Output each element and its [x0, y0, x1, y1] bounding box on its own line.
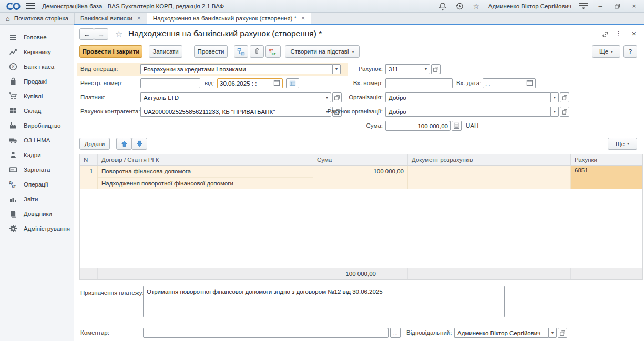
incoming-number-input[interactable] [385, 78, 453, 88]
calendar-icon[interactable] [526, 79, 533, 87]
cell-article[interactable]: Надходження поворотної фінансової допомо… [98, 177, 313, 189]
move-row-up-button[interactable] [116, 138, 132, 150]
favorite-star-icon[interactable]: ☆ [115, 29, 122, 39]
account-value[interactable]: 311 [385, 64, 422, 74]
sidebar-item-0[interactable]: Головне [0, 30, 74, 45]
sidebar-item-1[interactable]: Керівнику [0, 45, 74, 59]
sidebar-item-9[interactable]: Зарплата [0, 162, 74, 177]
open-account-button[interactable] [431, 64, 441, 74]
create-based-on-button[interactable]: Створити на підставі ▾ [285, 45, 360, 58]
amount-label: Сума: [305, 121, 383, 131]
close-form-icon[interactable]: × [632, 29, 636, 38]
dropdown-icon[interactable]: ▾ [548, 328, 557, 338]
main-menu-icon[interactable] [26, 3, 35, 9]
responsible-combobox[interactable]: Админенко Віктор Сергійович ▾ [454, 328, 567, 338]
operation-value[interactable]: Розрахунки за кредитами і позиками [140, 64, 332, 74]
organization-value[interactable]: Добро [385, 92, 550, 102]
sidebar-item-3[interactable]: Продажі [0, 74, 74, 89]
favorites-star-icon[interactable]: ☆ [472, 2, 481, 11]
calendar-icon[interactable] [273, 79, 280, 87]
show-in-list-button[interactable] [286, 78, 299, 88]
dropdown-icon[interactable]: ▾ [550, 92, 559, 102]
date-input[interactable]: 30.06.2025 : : [217, 78, 283, 88]
history-icon[interactable] [455, 2, 464, 11]
close-window-button[interactable]: × [629, 2, 639, 11]
sidebar-item-11[interactable]: Звіти [0, 192, 74, 206]
cell-empty[interactable] [80, 177, 98, 189]
form-more-button[interactable]: Ще ▾ [592, 45, 620, 58]
sidebar-item-5[interactable]: Склад [0, 104, 74, 118]
tab-0[interactable]: ⌂Початкова сторінка [0, 13, 75, 24]
open-organization-button[interactable] [560, 92, 569, 102]
tab-close-icon[interactable]: × [301, 15, 305, 22]
tab-2[interactable]: Надходження на банківський рахунок (ство… [147, 13, 311, 24]
cell-settlement-document[interactable] [408, 166, 571, 177]
cell-empty[interactable] [408, 177, 571, 189]
sidebar-item-7[interactable]: ОЗ і НМА [0, 133, 74, 148]
tab-1[interactable]: Банківські виписки× [75, 13, 147, 24]
payer-label: Платник: [80, 92, 105, 102]
amount-input[interactable]: 100 000,00 [385, 121, 451, 131]
service-menu-icon[interactable] [579, 2, 588, 11]
cell-sum[interactable]: 100 000,00 [313, 166, 408, 177]
table-row[interactable]: 1 Поворотна фінансова допомога 100 000,0… [80, 166, 642, 189]
app-logo-icon [5, 2, 21, 11]
attachments-paperclip-button[interactable] [250, 45, 264, 58]
save-button[interactable]: Записати [149, 45, 182, 58]
dropdown-icon[interactable]: ▾ [550, 107, 559, 117]
organization-combobox[interactable]: Добро ▾ [385, 92, 569, 102]
tab-close-icon[interactable]: × [137, 15, 141, 22]
sidebar-item-2[interactable]: ₴Банк і каса [0, 59, 74, 74]
current-user[interactable]: Админенко Віктор Сергійович [488, 3, 571, 9]
postings-dtkt-button[interactable]: ДтКт [265, 45, 281, 58]
calculator-button[interactable] [452, 121, 462, 131]
more-commands-icon[interactable]: ⋮ [615, 29, 622, 37]
add-row-button[interactable]: Додати [79, 138, 110, 150]
comment-more-button[interactable]: ... [390, 328, 401, 338]
sidebar-item-4[interactable]: Купівлі [0, 89, 74, 104]
payer-value[interactable]: Актуаль LTD [140, 92, 323, 102]
table-more-button[interactable]: Ще ▾ [608, 138, 637, 150]
comment-input[interactable] [143, 328, 389, 338]
sidebar-item-10[interactable]: ДтКтОперації [0, 177, 74, 192]
open-responsible-button[interactable] [558, 328, 567, 338]
dropdown-icon: ▾ [627, 141, 629, 146]
responsible-value[interactable]: Админенко Віктор Сергійович [454, 328, 548, 338]
dropdown-icon[interactable]: ▾ [422, 64, 430, 74]
card-icon [8, 166, 17, 174]
sidebar-item-13[interactable]: Адміністрування [0, 221, 74, 236]
notifications-bell-icon[interactable] [438, 2, 447, 11]
minimize-button[interactable]: – [596, 2, 605, 11]
organization-account-value[interactable]: Добро [385, 107, 550, 117]
sidebar-item-12[interactable]: Довідники [0, 206, 74, 221]
gear-icon [8, 224, 17, 233]
counterparty-account-value[interactable]: UA20000025255856211233, КБ "ПРИВАТБАНК" [140, 107, 323, 117]
cell-empty[interactable] [313, 177, 408, 189]
reg-number-input[interactable] [140, 78, 200, 88]
sidebar-item-label: Кадри [24, 152, 41, 158]
account-combobox[interactable]: 311 ▾ [385, 64, 441, 74]
cell-contract[interactable]: Поворотна фінансова допомога [98, 166, 313, 177]
reg-number-label: Реестр. номер: [80, 78, 122, 88]
cell-accounts-selected[interactable]: 6851 [571, 166, 642, 189]
open-organization-account-button[interactable] [560, 107, 569, 117]
help-button[interactable]: ? [623, 45, 637, 58]
cell-row-number[interactable]: 1 [80, 166, 98, 177]
back-button[interactable]: ← [79, 28, 94, 40]
restore-button[interactable] [612, 2, 622, 11]
payment-purpose-textarea[interactable]: Отримання поворотної фінансової допомоги… [143, 286, 505, 317]
post-button[interactable]: Провести [194, 45, 228, 58]
move-row-down-button[interactable] [131, 138, 147, 150]
incoming-date-input[interactable]: . . [483, 78, 536, 88]
cart-icon [8, 92, 17, 101]
get-link-icon[interactable] [601, 30, 609, 40]
currency-label: UAH [466, 121, 478, 131]
post-and-close-button[interactable]: Провести і закрити [79, 45, 142, 58]
organization-account-combobox[interactable]: Добро ▾ [385, 107, 569, 117]
sidebar-item-6[interactable]: Виробництво [0, 118, 74, 133]
forward-button[interactable]: → [94, 28, 108, 40]
sidebar-item-8[interactable]: Кадри [0, 148, 74, 162]
document-form: ← → ☆ Надходження на банківський рахунок… [74, 24, 644, 341]
related-documents-button[interactable] [234, 45, 248, 58]
incoming-date-label: Вх. дата: [456, 78, 480, 88]
